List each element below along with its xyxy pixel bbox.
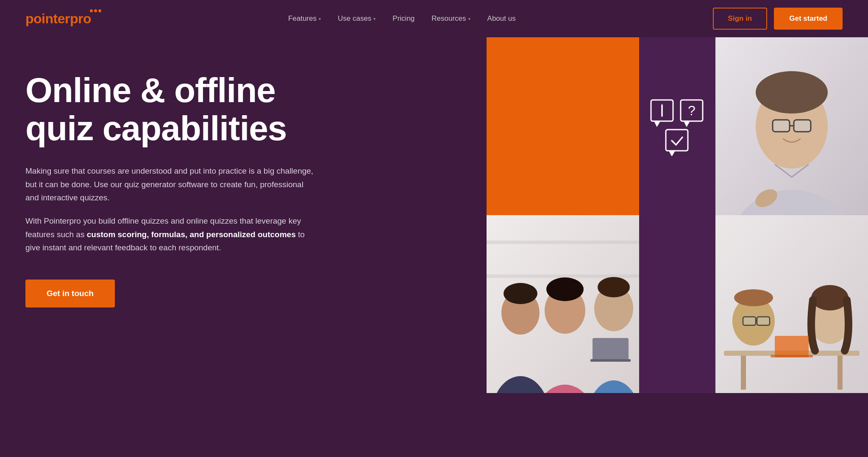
svg-marker-7: [669, 151, 675, 156]
nav-about-us[interactable]: About us: [481, 11, 523, 26]
photo-meeting: [715, 215, 868, 393]
logo-dot-2: [94, 9, 97, 12]
chevron-down-icon: ▾: [319, 17, 321, 21]
nav-use-cases[interactable]: Use cases ▾: [331, 11, 382, 26]
photo-person-glasses: [715, 37, 868, 215]
svg-rect-29: [590, 359, 631, 362]
svg-marker-5: [684, 121, 690, 127]
logo-dot-1: [90, 9, 93, 12]
svg-marker-2: [654, 121, 660, 127]
quiz-icon: ?: [648, 97, 707, 156]
nav-pricing[interactable]: Pricing: [386, 11, 421, 26]
svg-rect-44: [771, 355, 813, 357]
nav-resources[interactable]: Resources ▾: [425, 11, 477, 26]
svg-point-42: [811, 285, 849, 310]
get-in-touch-button[interactable]: Get in touch: [25, 280, 115, 307]
signin-button[interactable]: Sign in: [713, 8, 768, 30]
svg-rect-17: [487, 241, 639, 244]
main-nav: Features ▾ Use cases ▾ Pricing Resources…: [281, 11, 523, 26]
logo-text: pointerpro: [25, 11, 91, 27]
hero-image-grid: ?: [487, 37, 868, 457]
get-started-button[interactable]: Get started: [774, 8, 843, 30]
orange-block: [487, 37, 639, 215]
svg-point-24: [546, 277, 584, 301]
svg-rect-37: [743, 317, 756, 325]
svg-text:?: ?: [688, 103, 696, 118]
svg-rect-38: [757, 317, 770, 325]
svg-rect-28: [593, 338, 629, 361]
logo[interactable]: pointerpro: [25, 11, 91, 27]
chevron-down-icon: ▾: [373, 17, 376, 21]
logo-dot-3: [98, 9, 101, 12]
photo-group-people: [487, 215, 639, 393]
nav-features[interactable]: Features ▾: [281, 11, 328, 26]
svg-rect-6: [666, 130, 688, 151]
svg-rect-12: [773, 120, 790, 132]
svg-point-36: [734, 289, 773, 306]
svg-point-27: [598, 277, 630, 297]
header: pointerpro Features ▾ Use cases ▾ Pricin…: [0, 0, 868, 37]
hero-paragraph-1: Making sure that courses are understood …: [25, 164, 314, 204]
svg-point-21: [504, 283, 537, 304]
hero-paragraph-2: With Pointerpro you build offline quizze…: [25, 214, 314, 254]
hero-section: Online & offline quiz capabilities Makin…: [0, 37, 868, 418]
svg-point-11: [756, 71, 828, 114]
hero-content: Online & offline quiz capabilities Makin…: [25, 71, 348, 307]
dark-middle-bottom: [639, 215, 715, 393]
quiz-icon-cell: ?: [639, 37, 715, 215]
hero-title: Online & offline quiz capabilities: [25, 71, 348, 147]
svg-rect-43: [775, 336, 809, 357]
svg-rect-13: [794, 120, 811, 132]
svg-rect-33: [837, 356, 843, 390]
svg-rect-32: [741, 356, 746, 390]
header-actions: Sign in Get started: [713, 8, 843, 30]
chevron-down-icon: ▾: [468, 17, 470, 21]
